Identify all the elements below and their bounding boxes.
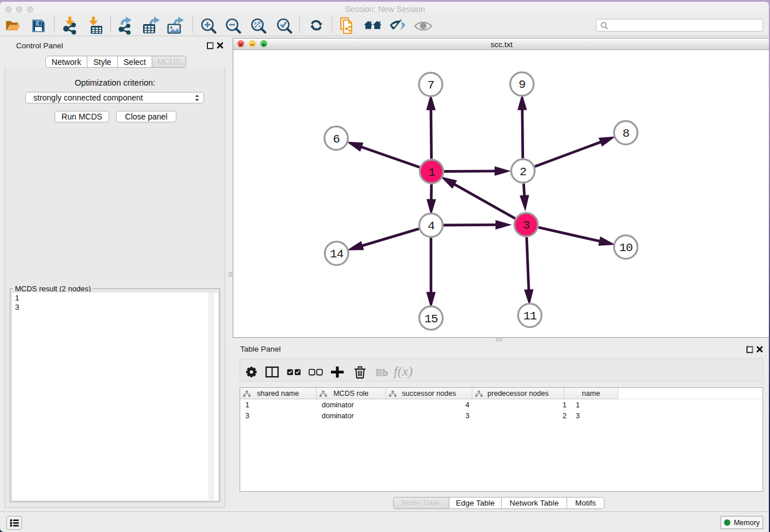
svg-text:14: 14 [330, 248, 344, 261]
svg-text:10: 10 [619, 241, 633, 255]
svg-text:11: 11 [523, 310, 537, 323]
svg-text:3: 3 [523, 219, 530, 232]
svg-text:1: 1 [428, 166, 435, 179]
svg-text:6: 6 [333, 133, 340, 146]
svg-text:2: 2 [519, 165, 526, 179]
svg-text:4: 4 [428, 219, 434, 233]
svg-text:15: 15 [424, 313, 438, 326]
svg-text:8: 8 [622, 127, 629, 140]
svg-text:7: 7 [428, 79, 434, 92]
svg-text:9: 9 [518, 78, 525, 91]
